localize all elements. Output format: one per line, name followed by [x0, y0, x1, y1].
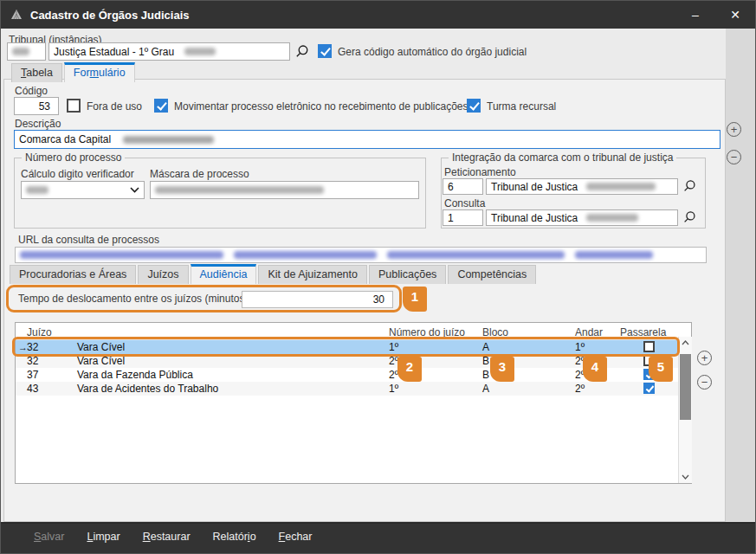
- table-header: Juízo Número do juízo Bloco Andar Passar…: [16, 323, 691, 340]
- cell-blo: B: [482, 355, 489, 367]
- app-logo-icon: [10, 8, 23, 22]
- url-field[interactable]: [15, 247, 707, 263]
- tab-kit-de-ajuizamento[interactable]: Kit de Ajuizamento: [258, 265, 367, 284]
- descricao-label: Descrição: [15, 118, 61, 130]
- cell-nome: Vara da Fazenda Pública: [77, 369, 193, 381]
- tempo-label: Tempo de deslocamento entre os juízos (m…: [18, 293, 248, 305]
- tab-procuradorias-e-areas[interactable]: Procuradorias e Áreas: [10, 265, 136, 284]
- search-icon[interactable]: [294, 43, 309, 59]
- consulta-field[interactable]: Tribunal de Justica: [486, 209, 678, 226]
- fora-de-uso-checkbox[interactable]: [67, 99, 81, 113]
- table-scrollbar[interactable]: [678, 337, 692, 483]
- callout-badge-5: 5: [649, 357, 673, 382]
- cell-cod: 37: [27, 369, 38, 381]
- tempo-field[interactable]: 30: [242, 291, 393, 308]
- movimentar-checkbox[interactable]: [154, 99, 168, 113]
- tab-audiencia[interactable]: Audiência: [191, 264, 257, 284]
- column-andar: Andar: [575, 326, 603, 338]
- turma-recursal-label: Turma recursal: [487, 100, 556, 113]
- turma-recursal-checkbox[interactable]: [467, 99, 481, 113]
- consulta-label: Consulta: [444, 197, 485, 209]
- cell-nome: Vara Cível: [77, 341, 125, 353]
- cell-blo: A: [482, 383, 489, 395]
- window-title: Cadastro de Órgãos Judiciais: [30, 9, 675, 22]
- redacted-text: [155, 186, 324, 194]
- cell-and: 2º: [575, 383, 585, 395]
- juizos-table: Juízo Número do juízo Bloco Andar Passar…: [15, 322, 692, 484]
- tab-formulario[interactable]: Formulário: [64, 62, 135, 82]
- redacted-text: [26, 186, 48, 194]
- redacted-text: [12, 48, 29, 55]
- close-button[interactable]: ✕: [715, 1, 755, 29]
- footer-bar: SalvarLimparRestaurarRelatórioFechar: [1, 522, 755, 554]
- cell-blo: B: [482, 369, 489, 381]
- footer-button-salvar[interactable]: Salvar: [34, 531, 64, 543]
- redacted-text: [586, 183, 656, 190]
- search-icon[interactable]: [682, 209, 697, 225]
- mascara-field[interactable]: [150, 181, 419, 199]
- numero-processo-title: Número do processo: [22, 151, 125, 164]
- consulta-code-field[interactable]: 1: [443, 209, 483, 226]
- table-row[interactable]: 43Vara de Acidentes do Trabalho1ºA2º: [16, 382, 691, 396]
- main-tab-strip: TabelaFormulário: [11, 62, 135, 82]
- column-passarela: Passarela: [620, 326, 666, 338]
- calculo-dropdown[interactable]: [21, 181, 145, 199]
- column-numero-juizo: Número do juízo: [389, 326, 465, 338]
- callout-badge-2: 2: [397, 357, 422, 382]
- redacted-text: [123, 136, 214, 144]
- movimentar-label: Movimentar processo eletrônico no recebi…: [174, 100, 468, 113]
- cell-and: 1º: [575, 341, 585, 353]
- scroll-down-icon[interactable]: [679, 471, 692, 483]
- minimize-button[interactable]: –: [675, 1, 715, 29]
- auto-code-checkbox[interactable]: [318, 44, 332, 58]
- redacted-text: [20, 251, 223, 259]
- cell-cod: 32: [27, 341, 38, 353]
- cell-num: 1º: [389, 341, 398, 353]
- tab-tabela[interactable]: Tabela: [11, 63, 62, 82]
- cell-nome: Vara de Acidentes do Trabalho: [77, 383, 218, 395]
- mascara-label: Máscara de processo: [150, 168, 249, 180]
- peticionamento-label: Peticionamento: [444, 166, 516, 178]
- fora-de-uso-label: Fora de uso: [87, 100, 142, 113]
- tribunal-field[interactable]: Justiça Estadual - 1º Grau: [48, 42, 290, 61]
- footer-button-fechar[interactable]: Fechar: [279, 531, 313, 543]
- zoom-in-button[interactable]: +: [697, 351, 712, 365]
- footer-button-limpar[interactable]: Limpar: [87, 531, 120, 543]
- redacted-text: [586, 214, 638, 222]
- zoom-out-button[interactable]: −: [727, 150, 741, 164]
- column-juizo: Juízo: [27, 326, 52, 338]
- footer-button-relatorio[interactable]: Relatório: [213, 531, 256, 543]
- codigo-label: Código: [15, 85, 48, 97]
- right-gutter: [726, 29, 756, 522]
- app-window: Cadastro de Órgãos Judiciais – ✕ Tribuna…: [0, 0, 756, 554]
- passarela-checkbox[interactable]: [643, 383, 655, 394]
- cell-blo: A: [482, 341, 489, 353]
- callout-badge-4: 4: [583, 357, 607, 382]
- column-bloco: Bloco: [482, 326, 508, 338]
- redacted-text: [575, 251, 653, 259]
- tab-publicacoes[interactable]: Publicações: [369, 265, 446, 284]
- integracao-title: Integração da comarca com o tribunal de …: [449, 151, 676, 164]
- peticionamento-field[interactable]: Tribunal de Justica: [486, 178, 678, 195]
- search-icon[interactable]: [682, 178, 697, 194]
- tribunal-code-field[interactable]: [7, 42, 46, 61]
- scrollbar-thumb[interactable]: [680, 354, 691, 420]
- descricao-field[interactable]: Comarca da Capital: [14, 130, 720, 149]
- scroll-up-icon[interactable]: [679, 337, 692, 349]
- table-row[interactable]: →32Vara Cível1ºA1º: [16, 340, 691, 354]
- callout-badge-1: 1: [403, 287, 427, 312]
- chevron-down-icon: [130, 187, 139, 193]
- cell-cod: 43: [27, 383, 38, 395]
- cell-num: 1º: [389, 383, 398, 395]
- tab-competencias[interactable]: Competências: [448, 265, 536, 284]
- zoom-out-button[interactable]: −: [697, 375, 712, 390]
- redacted-text: [184, 48, 216, 55]
- codigo-field[interactable]: 53: [14, 97, 59, 115]
- cell-cod: 32: [27, 355, 38, 367]
- tab-juizos[interactable]: Juízos: [138, 265, 188, 284]
- redacted-text: [234, 251, 377, 259]
- peticionamento-code-field[interactable]: 6: [443, 178, 483, 195]
- footer-button-restaurar[interactable]: Restaurar: [143, 531, 191, 543]
- passarela-checkbox[interactable]: [643, 341, 655, 352]
- zoom-in-button[interactable]: +: [727, 122, 741, 137]
